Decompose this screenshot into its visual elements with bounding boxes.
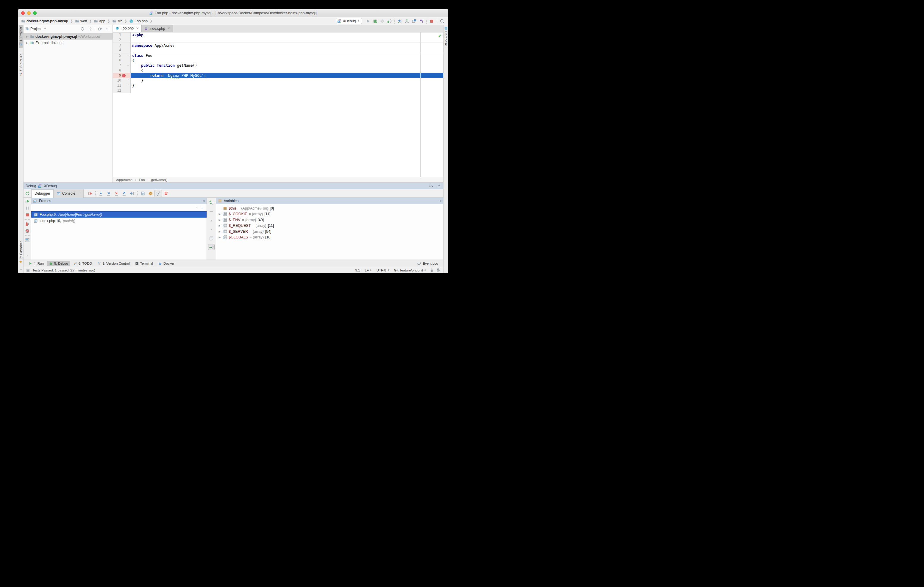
code-line-3[interactable]: 3namespace App\Acme; xyxy=(113,43,443,48)
view-breakpoints-icon-button[interactable] xyxy=(25,222,30,226)
gutter-line-12[interactable]: 12 xyxy=(113,88,131,93)
lock-icon[interactable] xyxy=(429,268,434,272)
coverage-button[interactable] xyxy=(379,18,386,25)
code-line-6[interactable]: 6{ xyxy=(113,58,443,63)
gutter-line-5[interactable]: 5▭ xyxy=(113,53,131,58)
tab-console[interactable]: Console →' xyxy=(54,189,84,198)
toolwindow-tab-terminal[interactable]: Terminal xyxy=(133,261,155,266)
expand-icon[interactable]: ▶ xyxy=(218,218,221,221)
force-step-into-button[interactable] xyxy=(112,190,120,197)
run-to-cursor-button[interactable] xyxy=(128,190,136,197)
add-watch-button[interactable] xyxy=(208,200,214,205)
inspections-ok-icon[interactable]: ✔ xyxy=(438,34,441,38)
encoding-select[interactable]: UTF-8▲▼ xyxy=(375,269,391,272)
variable-row-$GLOBALS[interactable]: ▶123$GLOBALS = {array} [10] xyxy=(216,234,443,241)
gutter-line-8[interactable]: 8 xyxy=(113,68,131,73)
editor-breadcrumb-item[interactable]: \App\Acme xyxy=(116,178,132,181)
mute-breakpoints-button[interactable] xyxy=(25,229,30,233)
debug-settings-button[interactable]: ⚙▾ xyxy=(428,184,433,188)
expand-icon[interactable]: ▶ xyxy=(218,230,221,233)
run-button[interactable] xyxy=(365,18,371,25)
variable-row-$_REQUEST[interactable]: ▶123$_REQUEST = {array} [11] xyxy=(216,223,443,229)
hide-variables-button[interactable]: ⇥ xyxy=(439,199,441,203)
show-watches-toggle[interactable] xyxy=(208,244,214,250)
step-out-button[interactable] xyxy=(120,190,128,197)
gutter-line-10[interactable]: 10⌃ xyxy=(113,78,131,83)
close-window-button[interactable] xyxy=(21,11,25,15)
project-panel-title-button[interactable]: Project ▼ xyxy=(25,27,46,31)
close-tab-icon[interactable]: ✕ xyxy=(167,26,170,30)
run-configuration-select[interactable]: php XDebug ▼ xyxy=(336,18,362,24)
gutter-line-4[interactable]: 4 xyxy=(113,48,131,53)
watch-expression-button[interactable]: @ xyxy=(147,190,155,197)
code-line-2[interactable]: 2 xyxy=(113,38,443,43)
more-actions-button[interactable]: » xyxy=(26,254,28,257)
variable-row-$_COOKIE[interactable]: ▶123$_COOKIE = {array} [11] xyxy=(216,211,443,217)
rerun-button[interactable] xyxy=(23,191,31,196)
toolwindow-tab--debug[interactable]: 5: Debug xyxy=(47,261,70,266)
editor-breadcrumb-item[interactable]: Foo xyxy=(139,178,145,181)
sidebar-tab-favorites[interactable]: 2: Favorites ★ xyxy=(19,239,23,266)
view-breakpoints-button[interactable] xyxy=(162,190,170,197)
toolwindow-tab--todo[interactable]: 6: TODO xyxy=(71,261,94,266)
breadcrumb-item-src[interactable]: src xyxy=(112,19,123,23)
frame-row[interactable]: index.php:10, {main}() xyxy=(31,218,206,224)
project-settings-button[interactable]: ⚙▾ xyxy=(97,26,103,32)
remove-watch-button[interactable] xyxy=(208,208,214,214)
expand-icon[interactable]: ▶ xyxy=(218,236,221,239)
expand-icon[interactable]: ▶ xyxy=(218,224,221,227)
code-line-5[interactable]: 5▭class Foo xyxy=(113,53,443,58)
event-log-button[interactable]: Event Log xyxy=(415,261,440,266)
sidebar-tab-database[interactable]: Database xyxy=(444,25,448,48)
inspection-profile-icon[interactable] xyxy=(436,268,440,272)
code-line-4[interactable]: 4 xyxy=(113,48,443,53)
toolwindow-switcher-icon[interactable] xyxy=(26,268,30,272)
project-tree-item-docker-nginx-php-mysql[interactable]: ▶docker-nginx-php-mysql ~/Workspace/ xyxy=(23,33,112,40)
code-line-9[interactable]: 9✓ return 'Nginx PHP MySQL'; xyxy=(113,73,443,78)
code-line-8[interactable]: 8 { xyxy=(113,68,443,73)
commit-changes-button[interactable] xyxy=(403,18,411,25)
step-over-button[interactable] xyxy=(97,190,105,197)
more-toolwindows-button[interactable]: » xyxy=(20,268,21,271)
fold-marker-icon[interactable]: ⌃ xyxy=(127,78,130,83)
gutter-line-11[interactable]: 11⌃ xyxy=(113,83,131,88)
toolwindow-tab--run[interactable]: 4: Run xyxy=(26,261,46,266)
toolwindow-tab-docker[interactable]: Docker xyxy=(156,261,176,266)
hide-panel-button[interactable] xyxy=(105,26,111,32)
show-execution-point-button[interactable] xyxy=(86,190,94,197)
gutter-line-7[interactable]: 7▭ xyxy=(113,63,131,68)
rollback-button[interactable] xyxy=(417,18,425,25)
editor-tab-Foo.php[interactable]: CFoo.php✕ xyxy=(113,25,142,32)
breadcrumb-item-app[interactable]: app xyxy=(93,19,106,23)
fold-marker-icon[interactable]: ▭ xyxy=(127,63,130,68)
git-branch-select[interactable]: Git: feature/phpunit▲▼ xyxy=(393,269,427,272)
code-line-10[interactable]: 10⌃ } xyxy=(113,78,443,83)
evaluate-expression-button[interactable] xyxy=(139,190,147,197)
locate-file-button[interactable] xyxy=(79,26,86,32)
restore-layout-button[interactable] xyxy=(25,238,30,242)
code-line-7[interactable]: 7▭ public function getName() xyxy=(113,63,443,68)
debug-button[interactable] xyxy=(371,18,379,25)
toolwindow-tab--version-control[interactable]: 9: Version Control xyxy=(95,261,132,266)
editor-tab-index.php[interactable]: phpindex.php✕ xyxy=(142,25,173,32)
breakpoint-icon[interactable]: ✓ xyxy=(122,74,125,77)
variable-row-$_ENV[interactable]: ▶123$_ENV = {array} [49] xyxy=(216,217,443,223)
tab-debugger[interactable]: Debugger xyxy=(31,189,54,198)
caret-position[interactable]: 9:1 xyxy=(354,269,361,272)
step-into-button[interactable] xyxy=(105,190,112,197)
show-values-inline-toggle[interactable]: 12 xyxy=(155,190,162,197)
code-editor[interactable]: ✔ 1<?php23namespace App\Acme;45▭class Fo… xyxy=(113,33,443,177)
breadcrumb-item-web[interactable]: web xyxy=(74,19,87,23)
fold-marker-icon[interactable]: ⌃ xyxy=(127,83,130,88)
move-watch-up-button[interactable]: ▲ xyxy=(208,217,214,223)
line-ending-select[interactable]: LF▲▼ xyxy=(363,269,373,272)
hide-debug-panel-button[interactable] xyxy=(437,184,441,188)
breadcrumb-item-Foo.php[interactable]: CFoo.php xyxy=(129,19,148,23)
sidebar-tab-structure[interactable]: 7: Structure xyxy=(19,52,23,77)
expand-icon[interactable]: ▶ xyxy=(218,213,221,216)
hide-frames-button[interactable]: ⇥ xyxy=(202,199,205,203)
gutter-line-1[interactable]: 1 xyxy=(113,33,131,38)
gutter-line-9[interactable]: 9✓ xyxy=(113,73,131,78)
close-tab-icon[interactable]: ✕ xyxy=(136,26,139,30)
breadcrumb-item-docker-nginx-php-mysql[interactable]: docker-nginx-php-mysql xyxy=(21,19,69,23)
